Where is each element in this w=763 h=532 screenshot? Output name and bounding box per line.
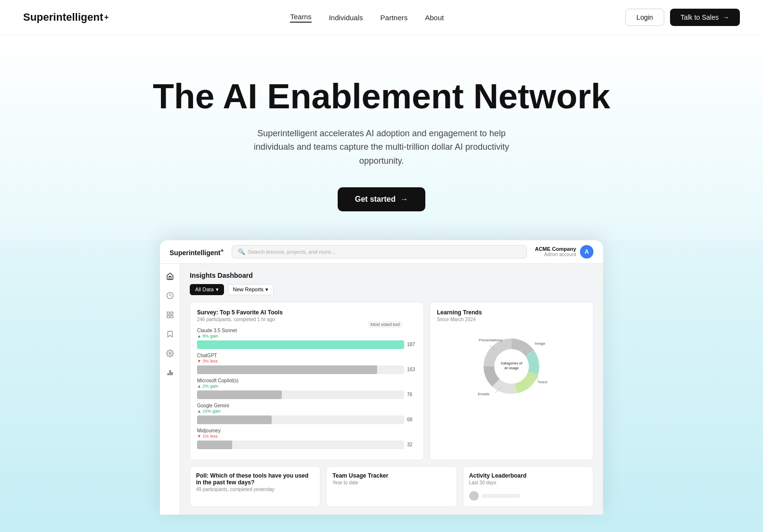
most-voted-label: Most voted tool [368, 321, 402, 328]
nav-link-partners[interactable]: Partners [381, 13, 408, 22]
leaderboard-title: Activity Leaderboard [469, 472, 587, 479]
learning-trends-card: Learning Trends Since March 2024 [430, 302, 593, 460]
bottom-cards: Poll: Which of these tools have you used… [190, 466, 593, 507]
leaderboard-card: Activity Leaderboard Last 30 days [463, 466, 593, 507]
chevron-down-icon: ▾ [216, 286, 219, 293]
dashboard-search[interactable]: 🔍 Search lessons, projects, and more... [232, 245, 527, 259]
bar-item-2: Microsoft Copilot(s) ▲ 2% gain 76 [197, 378, 417, 399]
filters: All Data ▾ New Reports ▾ [190, 284, 593, 295]
poll-subtitle: 49 participants, completed yesterday [196, 487, 314, 492]
nav-link-individuals[interactable]: Individuals [329, 13, 363, 22]
usage-subtitle: Year to date [332, 480, 450, 485]
chevron-down-icon: ▾ [265, 286, 268, 293]
dashboard-sidebar [160, 264, 180, 515]
dashboard-logo: Superintelligent+ [170, 247, 224, 257]
svg-text:Categories of: Categories of [501, 362, 523, 365]
svg-rect-2 [171, 312, 173, 314]
svg-text:Image: Image [535, 341, 546, 346]
svg-text:Voice: Voice [538, 380, 548, 384]
dashboard-nav: Superintelligent+ 🔍 Search lessons, proj… [160, 240, 603, 264]
svg-point-5 [169, 352, 171, 354]
donut-svg: Categories of AI Usage Presentations Ima… [468, 328, 555, 405]
sidebar-grid-icon[interactable] [165, 310, 175, 320]
login-button[interactable]: Login [625, 9, 664, 26]
svg-text:AI Usage: AI Usage [504, 366, 519, 370]
sidebar-bookmark-icon[interactable] [165, 329, 175, 339]
main-grid: Survey: Top 5 Favorite AI Tools 246 part… [190, 302, 593, 460]
learning-subtitle: Since March 2024 [437, 317, 586, 322]
nav-link-teams[interactable]: Teams [290, 13, 311, 23]
user-info: ACME Company Admin account [535, 246, 576, 257]
talk-to-sales-button[interactable]: Talk to Sales → [670, 9, 740, 26]
survey-card: Survey: Top 5 Favorite AI Tools 246 part… [190, 302, 424, 460]
bar-item-4: Midjourney ▼ 1% less 32 [197, 428, 417, 449]
nav-link-about[interactable]: About [425, 13, 444, 22]
hero-subtext: Superintelligent accelerates AI adoption… [237, 127, 526, 168]
hero-heading: The AI Enablement Network [19, 78, 744, 115]
donut-chart: Categories of AI Usage Presentations Ima… [437, 328, 586, 405]
search-icon: 🔍 [238, 248, 245, 255]
filter-new-reports[interactable]: New Reports ▾ [228, 284, 274, 295]
dashboard-main: Insights Dashboard All Data ▾ New Report… [180, 264, 603, 515]
dashboard-body: Insights Dashboard All Data ▾ New Report… [160, 264, 603, 515]
filter-all-data[interactable]: All Data ▾ [190, 284, 224, 295]
svg-text:Emails: Emails [478, 392, 489, 396]
dashboard-user: ACME Company Admin account A [535, 245, 593, 259]
sidebar-clock-icon[interactable] [165, 291, 175, 300]
bar-item-3: Google Gemini ▲ 15% gain 68 [197, 403, 417, 424]
main-nav: Superintelligent+ Teams Individuals Part… [0, 0, 763, 35]
page-title: Insights Dashboard [190, 272, 593, 279]
svg-rect-1 [167, 312, 170, 314]
sidebar-chart-icon[interactable] [165, 368, 175, 377]
sidebar-settings-icon[interactable] [165, 349, 175, 358]
bar-item-0: Claude 3.5 Sonnet ▲ 8% gain 187 [197, 328, 417, 349]
hero-section: The AI Enablement Network Superintellige… [0, 35, 763, 240]
nav-actions: Login Talk to Sales → [625, 9, 740, 26]
svg-rect-3 [167, 315, 170, 318]
nav-links: Teams Individuals Partners About [290, 13, 444, 23]
bar-chart: Most voted tool Claude 3.5 Sonnet ▲ 8% g… [197, 328, 417, 449]
usage-title: Team Usage Tracker [332, 472, 450, 479]
poll-card: Poll: Which of these tools have you used… [190, 466, 320, 507]
poll-title: Poll: Which of these tools have you used… [196, 472, 314, 486]
dashboard-preview: Superintelligent+ 🔍 Search lessons, proj… [0, 240, 763, 515]
arrow-icon: → [723, 13, 729, 21]
user-role: Admin account [535, 252, 576, 257]
leaderboard-subtitle: Last 30 days [469, 480, 587, 485]
svg-rect-4 [171, 315, 173, 318]
svg-text:Presentations: Presentations [479, 338, 502, 342]
logo: Superintelligent+ [23, 11, 109, 24]
survey-title: Survey: Top 5 Favorite AI Tools [197, 309, 417, 316]
bar-item-1: ChatGPT ▼ 3% less 163 [197, 353, 417, 374]
user-company: ACME Company [535, 246, 576, 252]
get-started-button[interactable]: Get started → [338, 187, 425, 211]
usage-tracker-card: Team Usage Tracker Year to date [326, 466, 457, 507]
sidebar-home-icon[interactable] [165, 272, 175, 281]
avatar: A [580, 245, 593, 259]
dashboard-container: Superintelligent+ 🔍 Search lessons, proj… [160, 240, 603, 515]
arrow-icon: → [400, 195, 408, 204]
learning-title: Learning Trends [437, 309, 586, 316]
